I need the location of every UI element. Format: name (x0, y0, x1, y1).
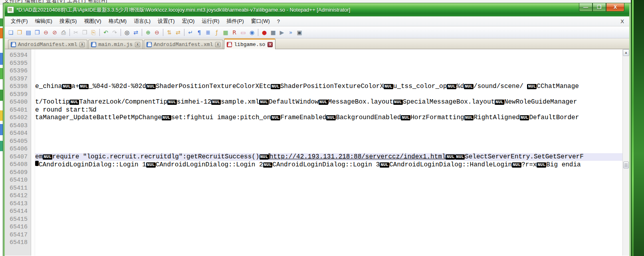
code-text: CAndroidLoginDialog::Login 3 (272, 161, 380, 168)
tab-AndroidManifest.xml[interactable]: AndroidManifest.xmlx (144, 40, 223, 49)
menu-item[interactable]: ? (273, 17, 283, 26)
macro-save-icon[interactable]: ▣ (295, 28, 303, 36)
new-file-icon[interactable]: ❏ (7, 28, 15, 36)
zoom-in-icon[interactable]: ⊕ (144, 28, 152, 36)
menu-item[interactable]: 编辑(E) (32, 16, 56, 26)
save-icon[interactable]: ▤ (24, 28, 32, 36)
editor-area[interactable]: 6539465395653966539765398653996540065401… (5, 49, 629, 256)
menu-item[interactable]: 搜索(S) (56, 16, 80, 26)
menu-item[interactable]: 设置(T) (154, 16, 178, 26)
sync-horizontal-scroll-icon[interactable]: ⇄ (174, 28, 182, 36)
line-number: 65401 (5, 106, 31, 114)
code-line-65394[interactable] (35, 52, 622, 60)
code-line-65398[interactable]: e_chinaNULa+NUL_%04d-%02d-%02dNULShaderP… (35, 83, 622, 91)
show-all-characters-icon[interactable]: ¶ (195, 28, 203, 36)
menu-item[interactable]: 语言(L) (130, 16, 154, 26)
code-text: MessageBox.layout (328, 98, 393, 106)
macro-play-icon[interactable]: ▶ (278, 28, 286, 36)
menu-item[interactable]: 窗口(W) (248, 16, 273, 26)
document-map-icon[interactable]: ▦ (222, 28, 230, 36)
tab-close-icon[interactable]: x (135, 42, 140, 47)
code-line-65400[interactable]: t/TooltipNULTaharezLook/CompnentTipNULsi… (35, 98, 622, 106)
menu-item[interactable]: 文件(F) (7, 16, 32, 26)
line-number: 65403 (5, 122, 31, 130)
tab-AndroidManifest.xml[interactable]: AndroidManifest.xmlx (8, 40, 87, 49)
code-line-65412[interactable] (35, 192, 622, 200)
code-line-65403[interactable] (35, 122, 622, 130)
code-line-65402[interactable]: taManager_UpdateBattlePetMpChangeNULset:… (35, 114, 622, 122)
vertical-scrollbar[interactable]: ▲ (622, 49, 629, 256)
save-all-icon[interactable]: ❒ (33, 28, 41, 36)
code-line-65415[interactable] (35, 216, 622, 224)
url-link[interactable]: http://42.193.131.218:88/serverccz/index… (269, 153, 446, 160)
print-icon[interactable]: ⎙ (59, 28, 67, 36)
nul-control-char: NUL (162, 115, 171, 120)
tab-close-icon[interactable]: x (215, 42, 220, 47)
code-line-65414[interactable] (35, 208, 622, 216)
close-all-documents-icon[interactable]: ⊘ (51, 28, 59, 36)
line-number: 65407 (5, 153, 31, 161)
scrollbar-thumb[interactable] (623, 162, 629, 168)
nul-control-char: NUL (464, 84, 474, 89)
nul-control-char: NUL (79, 84, 89, 89)
macro-run-multiple-icon[interactable]: » (287, 28, 295, 36)
line-number: 65409 (5, 169, 31, 177)
zoom-out-icon[interactable]: ⊖ (153, 28, 161, 36)
menu-item[interactable]: 宏(O) (178, 16, 198, 26)
toolbar: ❏❐▤❒⊖⊘⎙✂❒⎘↶↷◎⇄⊕⊖⇅⇄↵¶≣ƒ▦R▭◉●■▶»▣ (5, 26, 629, 38)
menu-item[interactable]: 插件(P) (223, 16, 247, 26)
code-text: simhei-12 (177, 98, 211, 106)
code-line-65399[interactable] (35, 91, 622, 99)
paste-icon[interactable]: ⎘ (89, 28, 97, 36)
nul-control-char: NUL (446, 154, 455, 160)
code-line-65401[interactable]: e round start:%d (35, 106, 622, 114)
code-line-65395[interactable] (35, 60, 622, 68)
restore-button[interactable]: ❐ (592, 3, 606, 12)
minimize-button[interactable]: — (579, 3, 592, 12)
folder-as-workspace-icon[interactable]: ▭ (239, 28, 247, 36)
code-line-65410[interactable] (35, 176, 622, 184)
code-line-65417[interactable] (35, 231, 622, 239)
scroll-up-arrow[interactable]: ▲ (623, 49, 629, 56)
code-line-65404[interactable] (35, 130, 622, 138)
menu-item[interactable]: 格式(M) (105, 16, 131, 26)
macro-stop-icon[interactable]: ■ (269, 28, 277, 36)
code-text: ShaderPositionTextureColorX (280, 83, 384, 90)
code-line-65397[interactable] (35, 75, 622, 83)
open-file-icon[interactable]: ❐ (16, 28, 24, 36)
indent-guide-icon[interactable]: ≣ (204, 28, 212, 36)
code-line-65407[interactable]: emNULrequire "logic.recruit.recruitdlg":… (35, 153, 622, 161)
close-document-icon[interactable]: ⊖ (42, 28, 50, 36)
close-button[interactable]: X (606, 3, 624, 12)
menu-item[interactable]: 运行(R) (198, 16, 223, 26)
code-text: Big endia (546, 161, 581, 168)
code-line-65409[interactable] (35, 169, 622, 177)
document-close-x[interactable]: X (618, 18, 626, 25)
replace-icon[interactable]: ⇄ (132, 28, 140, 36)
tab-libgame.so[interactable]: libgame.sox (224, 38, 275, 49)
text-content[interactable]: e_chinaNULa+NUL_%04d-%02d-%02dNULShaderP… (35, 49, 622, 256)
code-line-65408[interactable]: NULCAndroidLoginDialog::Login 1NULCAndro… (35, 161, 622, 169)
wallpaper-highlight (632, 0, 634, 256)
word-wrap-icon[interactable]: ↵ (186, 28, 194, 36)
tab-main.min.js[interactable]: main.min.jsx (88, 40, 143, 49)
menu-item[interactable]: 视图(V) (80, 16, 105, 26)
document-monitor-icon[interactable]: ◉ (248, 28, 256, 36)
code-line-65416[interactable] (35, 223, 622, 231)
nul-control-char: NUL (455, 154, 465, 160)
sync-vertical-scroll-icon[interactable]: ⇅ (165, 28, 173, 36)
function-list-icon[interactable]: R (230, 28, 238, 36)
tab-close-icon[interactable]: x (268, 42, 273, 47)
code-line-65411[interactable] (35, 184, 622, 192)
code-line-65406[interactable] (35, 145, 622, 153)
code-line-65396[interactable] (35, 67, 622, 75)
undo-icon[interactable]: ↶ (102, 28, 110, 36)
find-icon[interactable]: ◎ (123, 28, 131, 36)
function-completion-icon[interactable]: ƒ (213, 28, 221, 36)
title-bar[interactable]: *D:\AD盘20210408前\工具\ApkIDE最新3.3.5少月增强版\W… (5, 3, 629, 16)
tab-close-icon[interactable]: x (79, 42, 85, 47)
macro-record-icon[interactable]: ● (260, 28, 268, 36)
code-line-65405[interactable] (35, 138, 622, 146)
code-line-65418[interactable] (35, 239, 622, 247)
code-line-65413[interactable] (35, 200, 622, 208)
